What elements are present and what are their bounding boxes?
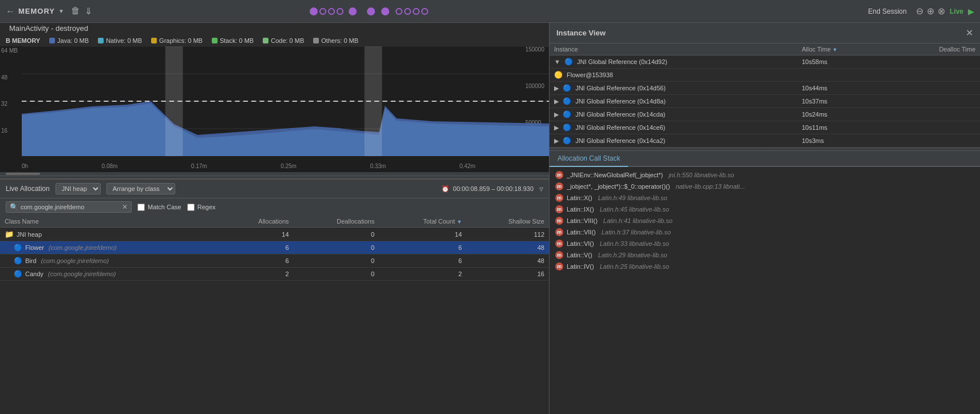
delete-icon[interactable]: 🗑 <box>71 6 80 17</box>
x-label-025m: 0.25m <box>280 163 297 170</box>
alloc-time-cell: 10s24ms <box>797 108 888 121</box>
expand-arrow[interactable]: ▼ <box>554 58 560 65</box>
heap-select[interactable]: JNI heap <box>56 183 101 194</box>
call-stack-item[interactable]: m Latin::VII() Latin.h:37 libnative-lib.… <box>550 226 980 238</box>
cell-dealloc: 0 <box>294 241 380 254</box>
col-dealloc-time[interactable]: Dealloc Time <box>888 43 980 55</box>
table-row[interactable]: 🔵 Flower (com.google.jnirefdemo) 6 0 6 4… <box>0 241 549 254</box>
cell-class-name: 🔵 Candy (com.google.jnirefdemo) <box>0 268 221 281</box>
zoom-reset-icon[interactable]: ⊗ <box>938 6 945 17</box>
method-icon: m <box>555 217 563 225</box>
circle-ring-1 <box>319 8 326 15</box>
method-name: _jobject*, _jobject*)::$_0::operator()() <box>567 183 670 190</box>
call-stack-item[interactable]: m _JNIEnv::NewGlobalRef(_jobject*) jni.h… <box>550 169 980 181</box>
download-icon[interactable]: ⇓ <box>85 6 92 17</box>
instance-row[interactable]: ▼ 🔵 JNI Global Reference (0x14d92) 10s58… <box>550 55 980 69</box>
chart-svg <box>22 46 549 156</box>
instance-cell: ▶ 🔵 JNI Global Reference (0x14d8a) <box>550 95 797 108</box>
main-layout: MainActivity - destroyed B MEMORY Java: … <box>0 23 980 414</box>
call-stack-item[interactable]: m Latin::V() Latin.h:29 libnative-lib.so <box>550 249 980 261</box>
h-scrollbar-thumb[interactable] <box>6 173 40 175</box>
legend-graphics: Graphics: 0 MB <box>151 37 203 44</box>
expand-arrow[interactable]: ▶ <box>554 98 559 105</box>
zoom-in-icon[interactable]: ⊕ <box>927 6 934 17</box>
circle-dot-1 <box>310 7 318 15</box>
expand-arrow[interactable]: ▶ <box>554 85 559 91</box>
col-class-name[interactable]: Class Name <box>0 216 221 228</box>
top-bar-right: End Session ⊖ ⊕ ⊗ Live ▶ <box>864 6 974 17</box>
col-deallocations[interactable]: Deallocations <box>294 216 380 228</box>
col-total-count[interactable]: Total Count ▼ <box>379 216 467 228</box>
call-stack-item[interactable]: m Latin::IX() Latin.h:45 libnative-lib.s… <box>550 204 980 215</box>
cell-alloc: 6 <box>221 254 293 268</box>
instance-cell: ▶ 🔵 JNI Global Reference (0x14ce6) <box>550 121 797 134</box>
svg-rect-9 <box>365 46 382 156</box>
col-shallow-size[interactable]: Shallow Size <box>467 216 549 228</box>
arrange-select[interactable]: Arrange by class <box>106 183 175 194</box>
instance-row[interactable]: ▶ 🔵 JNI Global Reference (0x14d8a) 10s37… <box>550 95 980 108</box>
cell-shallow: 112 <box>467 228 549 241</box>
cell-dealloc: 0 <box>294 268 380 281</box>
alloc-time-cell: 10s37ms <box>797 95 888 108</box>
instance-view-close[interactable]: ✕ <box>966 27 973 38</box>
expand-arrow[interactable]: ▶ <box>554 137 559 144</box>
circle-ring-7 <box>421 8 428 15</box>
instance-icon: 🔵 <box>563 97 571 105</box>
method-file: Latin.h:25 libnative-lib.so <box>600 263 669 270</box>
regex-checkbox[interactable] <box>187 204 195 211</box>
tab-allocation-call-stack[interactable]: Allocation Call Stack <box>550 151 628 167</box>
back-button[interactable]: ← <box>6 6 15 17</box>
instance-row[interactable]: ▶ 🔵 JNI Global Reference (0x14d56) 10s44… <box>550 82 980 95</box>
col-allocations[interactable]: Allocations <box>221 216 293 228</box>
instance-row[interactable]: ▶ 🔵 JNI Global Reference (0x14cda) 10s24… <box>550 108 980 121</box>
time-range-value: 00:00:08.859 – 00:00:18.930 <box>453 185 534 192</box>
match-case-checkbox[interactable] <box>137 204 145 211</box>
call-stack-item[interactable]: m Latin::VIII() Latin.h:41 libnative-lib… <box>550 215 980 226</box>
call-stack-tabs: Allocation Call Stack <box>550 151 980 167</box>
instance-row[interactable]: ▶ 🔵 JNI Global Reference (0x14ca2) 10s3m… <box>550 134 980 148</box>
instance-child-row[interactable]: 🟡 Flower@153938 <box>550 69 980 82</box>
zoom-out-icon[interactable]: ⊖ <box>916 6 923 17</box>
clear-search-icon[interactable]: ✕ <box>122 203 128 211</box>
child-alloc-time <box>797 69 888 82</box>
table-row[interactable]: 🔵 Bird (com.google.jnirefdemo) 6 0 6 48 <box>0 254 549 268</box>
live-button[interactable]: Live <box>950 7 963 15</box>
legend-native-dot <box>98 38 104 43</box>
legend-stack: Stack: 0 MB <box>212 37 254 44</box>
legend-java: Java: 0 MB <box>49 37 89 44</box>
call-stack-item[interactable]: m Latin::X() Latin.h:49 libnative-lib.so <box>550 192 980 204</box>
memory-dropdown-arrow[interactable]: ▼ <box>58 8 64 14</box>
method-name: Latin::V() <box>567 252 592 258</box>
y-label-16: 16 <box>1 128 21 134</box>
col-alloc-time[interactable]: Alloc Time <box>797 43 888 55</box>
regex-group: Regex <box>187 204 216 211</box>
instance-row[interactable]: ▶ 🔵 JNI Global Reference (0x14ce6) 10s11… <box>550 121 980 134</box>
expand-arrow[interactable]: ▶ <box>554 111 559 118</box>
method-icon: m <box>555 240 563 248</box>
play-icon[interactable]: ▶ <box>968 7 974 16</box>
call-stack-list: m _JNIEnv::NewGlobalRef(_jobject*) jni.h… <box>550 167 980 414</box>
package-name-text: (com.google.jnirefdemo) <box>46 270 116 277</box>
sort-icon: ▼ <box>457 219 462 225</box>
right-panel: Instance View ✕ Instance Alloc Time Deal… <box>550 23 980 414</box>
cell-shallow: 48 <box>467 241 549 254</box>
call-stack-item[interactable]: m _jobject*, _jobject*)::$_0::operator()… <box>550 181 980 192</box>
end-session-button[interactable]: End Session <box>864 6 911 17</box>
alloc-time-cell: 10s11ms <box>797 121 888 134</box>
filter-icon[interactable]: ▿ <box>539 184 543 193</box>
call-stack-item[interactable]: m Latin::VI() Latin.h:33 libnative-lib.s… <box>550 238 980 249</box>
legend-code-label: Code: 0 MB <box>271 37 304 44</box>
table-row[interactable]: 🔵 Candy (com.google.jnirefdemo) 2 0 2 16 <box>0 268 549 281</box>
method-file: Latin.h:49 libnative-lib.so <box>598 194 667 201</box>
call-stack-item[interactable]: m Latin::IV() Latin.h:25 libnative-lib.s… <box>550 261 980 272</box>
col-instance[interactable]: Instance <box>550 43 797 55</box>
method-icon: m <box>555 251 563 259</box>
search-input-wrapper: 🔍 ✕ <box>6 201 132 213</box>
x-label-033m: 0.33m <box>370 163 386 170</box>
y-axis-labels: 64 MB 48 32 16 <box>0 46 22 155</box>
legend-graphics-label: Graphics: 0 MB <box>159 37 203 44</box>
expand-arrow[interactable]: ▶ <box>554 124 559 131</box>
instance-child-cell: 🟡 Flower@153938 <box>550 69 797 82</box>
search-input[interactable] <box>21 204 120 210</box>
table-row[interactable]: 📁 JNI heap 14 0 14 112 <box>0 228 549 241</box>
